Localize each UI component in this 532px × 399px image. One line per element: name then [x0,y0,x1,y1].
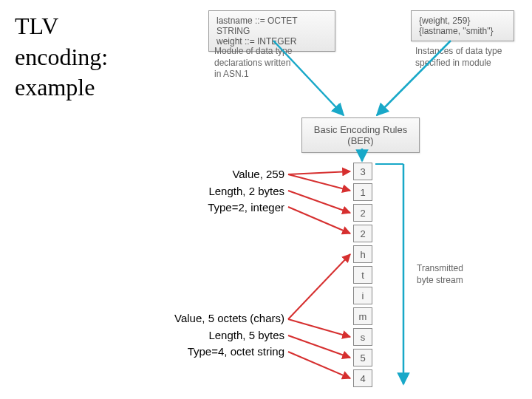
ber-box: Basic Encoding Rules (BER) [301,117,420,153]
byte-cell: 3 [353,163,372,180]
arrow-value259-a [288,171,350,174]
arrow-value5-top [288,254,350,319]
arrow-len5 [288,335,350,358]
label-line: Transmitted [417,263,463,275]
arrow-value259-b [288,174,350,191]
byte-cell: h [353,245,372,263]
annot-line: Type=2, integer [155,200,284,216]
annot-line: Value, 5 octets (chars) [118,310,284,327]
arrow-type2 [288,207,350,233]
instances-caption: Instances of data type specified in modu… [415,46,502,69]
annot-line: Value, 259 [155,166,284,183]
annot-line: Length, 2 bytes [155,183,284,200]
module-line: lastname ::= OCTET STRING [216,16,327,36]
instance-line: {lastname, "smith"} [419,26,506,36]
annot-line: Type=4, octet string [118,344,284,361]
byte-cell: t [353,266,372,284]
caption-line: declarations written [214,58,292,69]
byte-cell: i [353,287,372,304]
module-caption: Module of data type declarations written… [214,46,292,81]
module-line: weight ::= INTEGER [216,36,327,47]
byte-cell: 2 [353,204,372,222]
title-line: example [15,72,108,103]
caption-line: specified in module [415,58,502,69]
byte-cell: 1 [353,183,372,201]
byte-cell: m [353,307,372,325]
slide-title: TLV encoding: example [15,11,108,103]
annot-line: Length, 5 bytes [118,327,284,344]
annotation-octetstring: Value, 5 octets (chars) Length, 5 bytes … [118,310,284,361]
arrow-type4 [288,352,350,378]
byte-cell: 5 [353,349,372,366]
title-line: TLV [15,11,108,42]
instance-line: {weight, 259} [419,16,506,26]
ber-line: (BER) [313,135,409,146]
ber-line: Basic Encoding Rules [313,124,409,135]
label-line: byte stream [417,275,463,287]
byte-cell: 4 [353,369,372,387]
annotation-integer: Value, 259 Length, 2 bytes Type=2, integ… [155,166,284,216]
arrow-value5-bot [288,319,350,337]
title-line: encoding: [15,42,108,73]
caption-line: Module of data type [214,46,292,58]
instances-box: {weight, 259} {lastname, "smith"} [411,10,514,41]
caption-line: in ASN.1 [214,69,292,81]
byte-cell: s [353,328,372,346]
stream-label: Transmitted byte stream [417,263,463,286]
caption-line: Instances of data type [415,46,502,58]
byte-cell: 2 [353,225,372,242]
arrow-len2 [288,191,350,213]
